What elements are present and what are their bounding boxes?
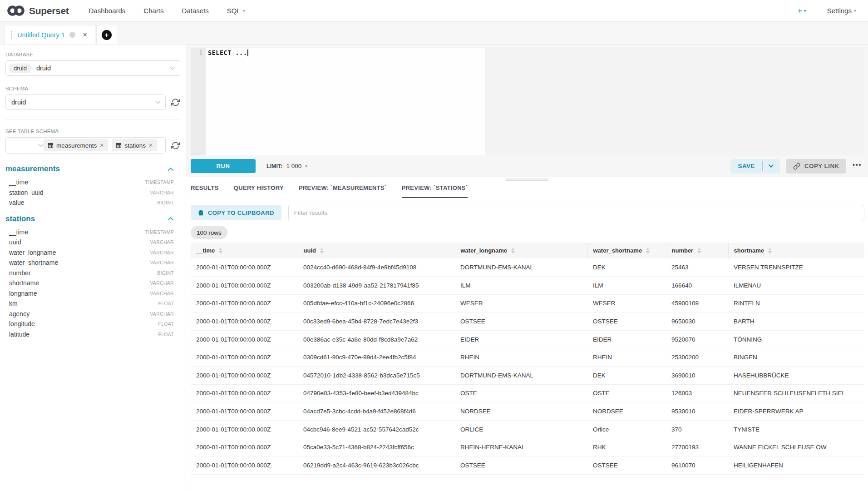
- sort-icon[interactable]: [320, 248, 324, 253]
- cell-water-shortname: WESER: [587, 294, 666, 312]
- column-type: VARCHAR: [150, 291, 174, 296]
- filter-results-input[interactable]: [288, 205, 864, 220]
- table-chip-label: stations: [124, 142, 146, 149]
- cell-uuid: 00c33ed9-6bea-45b4-8728-7edc7e43e2f3: [298, 312, 455, 331]
- add-query-tab[interactable]: +: [96, 25, 117, 44]
- database-backend-pill: druid: [9, 64, 32, 73]
- splitter-drag-handle[interactable]: [506, 179, 548, 181]
- cell-time: 2000-01-01T00:00:00.000Z: [191, 258, 298, 277]
- top-navbar: Superset Dashboards Charts Datasets SQL …: [0, 0, 868, 22]
- sort-icon[interactable]: [697, 248, 701, 253]
- clipboard-icon: [198, 209, 204, 216]
- sql-lab-sidebar: DATABASE druid druid SCHEMA druid: [0, 45, 186, 491]
- schema-column-row: water_shortname VARCHAR: [9, 258, 174, 268]
- results-table: __time uuid: [191, 243, 864, 475]
- chevron-up-icon[interactable]: [168, 167, 174, 171]
- column-header[interactable]: __time: [191, 243, 298, 258]
- close-icon[interactable]: ✕: [83, 31, 88, 38]
- tab-query-history[interactable]: QUERY HISTORY: [234, 184, 284, 198]
- sort-icon[interactable]: [511, 248, 515, 253]
- link-icon: [793, 163, 800, 170]
- column-header[interactable]: shortname: [728, 243, 864, 258]
- column-header[interactable]: number: [666, 243, 728, 258]
- tab-results[interactable]: RESULTS: [191, 184, 219, 198]
- cell-number: 126003: [666, 384, 728, 402]
- table-chip[interactable]: stations ✕: [112, 139, 157, 151]
- column-type: FLOAT: [158, 332, 174, 337]
- drag-handle-icon[interactable]: [10, 31, 13, 39]
- schema-column-row: water_longname VARCHAR: [9, 248, 174, 258]
- cell-number: 9520070: [666, 330, 728, 348]
- cell-time: 2000-01-01T00:00:00.000Z: [191, 367, 298, 385]
- cell-water-shortname: OSTE: [587, 384, 666, 402]
- row-count-badge: 100 rows: [191, 226, 227, 239]
- sort-icon[interactable]: [646, 248, 650, 253]
- column-type: TIMESTAMP: [145, 179, 174, 185]
- nav-item-sql[interactable]: SQL ▾: [227, 7, 245, 15]
- column-header[interactable]: uuid: [298, 243, 455, 258]
- column-header-label: water_shortname: [593, 247, 642, 254]
- cell-water-shortname: Orlice: [587, 420, 666, 438]
- cell-time: 2000-01-01T00:00:00.000Z: [191, 384, 298, 402]
- copy-to-clipboard-button[interactable]: COPY TO CLIPBOARD: [191, 205, 281, 220]
- limit-value: 1 000: [286, 163, 301, 169]
- schema-header-stations[interactable]: stations: [5, 214, 180, 223]
- table-chip-label: measurements: [56, 142, 97, 149]
- cell-uuid: 05ca0e33-5c71-4368-b824-2243fcff656c: [298, 438, 455, 456]
- cell-number: 25300200: [666, 348, 728, 367]
- table-schema-select[interactable]: measurements ✕ stations ✕: [5, 137, 166, 154]
- table-row: 2000-01-01T00:00:00.000Z 06219dd9-a2c4-4…: [191, 456, 864, 475]
- column-header[interactable]: water_longname: [455, 243, 587, 258]
- chevron-up-icon[interactable]: [168, 217, 174, 221]
- cell-water-longname: OSTE: [455, 384, 587, 402]
- schema-label: SCHEMA: [5, 86, 180, 91]
- cell-shortname: EIDER-SPERRWERK AP: [728, 402, 864, 421]
- query-tab-untitled-query-1[interactable]: Untitled Query 1 ✕: [5, 25, 95, 44]
- nav-item-dashboards[interactable]: Dashboards: [89, 7, 125, 15]
- save-button[interactable]: SAVE: [730, 159, 762, 174]
- column-name: value: [9, 199, 24, 206]
- save-options-button[interactable]: [763, 159, 780, 174]
- cell-time: 2000-01-01T00:00:00.000Z: [191, 294, 298, 312]
- query-tab-strip: Untitled Query 1 ✕ +: [0, 22, 868, 45]
- refresh-schemas-icon[interactable]: [170, 97, 180, 107]
- nav-item-datasets[interactable]: Datasets: [182, 7, 209, 15]
- sql-editor[interactable]: 1 SELECT ...: [191, 48, 864, 155]
- database-select[interactable]: druid druid: [5, 60, 180, 76]
- cell-shortname: HASEHUBBRÜCKE: [728, 367, 864, 385]
- schema-column-row: __time TIMESTAMP: [9, 227, 174, 238]
- tab-preview-measurements[interactable]: PREVIEW: `MEASUREMENTS`: [299, 184, 387, 198]
- tab-preview-stations[interactable]: PREVIEW: `STATIONS`: [402, 184, 468, 198]
- table-chip[interactable]: measurements ✕: [44, 139, 108, 151]
- sort-icon[interactable]: [768, 248, 772, 253]
- schema-value: druid: [11, 99, 26, 106]
- cell-water-shortname: DEK: [587, 367, 666, 385]
- column-type: VARCHAR: [150, 250, 174, 255]
- query-tab-label: Untitled Query 1: [17, 31, 65, 39]
- column-type: BIGINT: [157, 200, 174, 205]
- more-options-icon[interactable]: •••: [853, 161, 863, 171]
- line-number: 1: [191, 49, 202, 56]
- column-type: VARCHAR: [150, 239, 174, 245]
- sort-icon[interactable]: [219, 248, 222, 253]
- database-value: druid: [36, 64, 51, 72]
- limit-dropdown[interactable]: LIMIT: 1 000 ▾: [266, 163, 307, 169]
- superset-brand[interactable]: Superset: [6, 5, 69, 17]
- cell-water-longname: NORDSEE: [455, 402, 587, 421]
- schema-header-measurements[interactable]: measurements: [5, 164, 180, 174]
- caret-down-icon: ▾: [243, 9, 245, 13]
- table-row: 2000-01-01T00:00:00.000Z 00c33ed9-6bea-4…: [191, 312, 864, 331]
- close-icon[interactable]: ✕: [148, 142, 153, 149]
- refresh-tables-icon[interactable]: [170, 140, 180, 150]
- column-header[interactable]: water_shortname: [587, 243, 666, 258]
- new-item-button[interactable]: + ▾: [798, 6, 806, 15]
- run-button[interactable]: RUN: [191, 159, 256, 173]
- copy-link-button[interactable]: COPY LINK: [786, 159, 846, 174]
- nav-item-charts[interactable]: Charts: [143, 7, 163, 15]
- cell-time: 2000-01-01T00:00:00.000Z: [191, 277, 298, 295]
- schema-select[interactable]: druid: [5, 94, 166, 110]
- settings-menu[interactable]: Settings ▾: [827, 7, 856, 15]
- plus-icon[interactable]: +: [102, 30, 112, 40]
- cell-shortname: WANNE EICKEL SCHLEUSE OW: [728, 438, 864, 456]
- close-icon[interactable]: ✕: [99, 142, 104, 149]
